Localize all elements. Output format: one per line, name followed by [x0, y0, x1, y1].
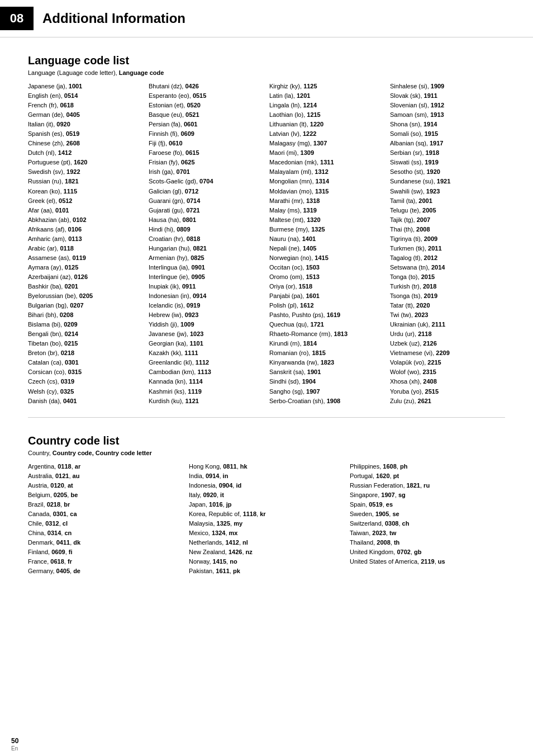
list-item: Kannada (kn), 1114 [149, 377, 264, 386]
list-item: Argentina, 0118, ar [28, 462, 183, 471]
list-item: Bashkir (ba), 0201 [28, 282, 143, 291]
list-item: Bulgarian (bg), 0207 [28, 301, 143, 310]
list-item: Twi (tw), 2023 [390, 310, 505, 320]
list-item: Siswati (ss), 1919 [390, 158, 505, 167]
list-item: Quechua (qu), 1721 [269, 320, 384, 329]
section-divider [28, 417, 505, 418]
list-item: Bhutani (dz), 0426 [149, 82, 264, 91]
page-header: 08 Additional Information [0, 0, 533, 37]
list-item: Malayalam (ml), 1312 [269, 167, 384, 177]
list-item: Estonian (et), 0520 [149, 101, 264, 110]
list-item: Tibetan (bo), 0215 [28, 339, 143, 348]
language-column-3: Sinhalese (si), 1909Slovak (sk), 1911Slo… [390, 82, 505, 406]
list-item: Swedish (sv), 1922 [28, 167, 143, 177]
list-item: Amharic (am), 0113 [28, 234, 143, 244]
list-item: Danish (da), 0401 [28, 396, 143, 406]
list-item: Russian Federation, 1821, ru [350, 481, 505, 490]
list-item: Inupiak (ik), 0911 [149, 282, 264, 291]
list-item: Yoruba (yo), 2515 [390, 387, 505, 396]
list-item: Hong Kong, 0811, hk [189, 462, 344, 471]
list-item: Tajik (tg), 2007 [390, 215, 505, 225]
list-item: Mexico, 1324, mx [189, 528, 344, 538]
list-item: Polish (pl), 1612 [269, 301, 384, 310]
list-item: Swahili (sw), 1923 [390, 187, 505, 196]
list-item: Switzerland, 0308, ch [350, 519, 505, 528]
list-item: New Zealand, 1426, nz [189, 547, 344, 557]
list-item: Interlingua (ia), 0901 [149, 263, 264, 272]
list-item: Finland, 0609, fi [28, 547, 183, 557]
language-column-1: Bhutani (dz), 0426Esperanto (eo), 0515Es… [149, 82, 264, 406]
list-item: Uzbek (uz), 2126 [390, 339, 505, 348]
list-item: Oromo (om), 1513 [269, 272, 384, 282]
list-item: Chile, 0312, cl [28, 519, 183, 528]
list-item: Catalan (ca), 0301 [28, 358, 143, 367]
list-item: Oriya (or), 1518 [269, 282, 384, 291]
list-item: Tigrinya (ti), 2009 [390, 234, 505, 244]
list-item: Wolof (wo), 2315 [390, 367, 505, 377]
list-item: Dutch (nl), 1412 [28, 148, 143, 158]
list-item: Pashto, Pushto (ps), 1619 [269, 310, 384, 320]
list-item: Greek (el), 0512 [28, 196, 143, 206]
list-item: Maori (mi), 1309 [269, 148, 384, 158]
list-item: Corsican (co), 0315 [28, 367, 143, 377]
chapter-number: 08 [0, 7, 34, 30]
list-item: Nauru (na), 1401 [269, 234, 384, 244]
list-item: Shona (sn), 1914 [390, 120, 505, 129]
country-section-title: Country code list [28, 434, 505, 447]
country-column-2: Philippines, 1608, phPortugal, 1620, ptR… [350, 462, 505, 577]
list-item: Azerbaijani (az), 0126 [28, 272, 143, 282]
list-item: China, 0314, cn [28, 528, 183, 538]
list-item: Kirundi (rn), 1814 [269, 339, 384, 348]
list-item: Galician (gl), 0712 [149, 187, 264, 196]
list-item: Thai (th), 2008 [390, 225, 505, 234]
list-item: Taiwan, 2023, tw [350, 528, 505, 538]
list-item: Abkhazian (ab), 0102 [28, 215, 143, 225]
list-item: Sindhi (sd), 1904 [269, 377, 384, 386]
list-item: Yiddish (ji), 1009 [149, 320, 264, 329]
content-area: Language code list Language (Laguage cod… [0, 54, 533, 576]
list-item: Indonesia, 0904, id [189, 481, 344, 490]
list-item: Welsh (cy), 0325 [28, 387, 143, 396]
list-item: Setswana (tn), 2014 [390, 263, 505, 272]
list-item: Kirghiz (ky), 1125 [269, 82, 384, 91]
list-item: Maltese (mt), 1320 [269, 215, 384, 225]
list-item: Serbo-Croatian (sh), 1908 [269, 396, 384, 406]
list-item: Panjabi (pa), 1601 [269, 291, 384, 301]
list-item: Malaysia, 1325, my [189, 519, 344, 528]
language-section: Language code list Language (Laguage cod… [28, 54, 505, 406]
list-item: Germany, 0405, de [28, 566, 183, 576]
page-title: Additional Information [42, 11, 185, 26]
list-item: Spanish (es), 0519 [28, 129, 143, 139]
list-item: Assamese (as), 0119 [28, 253, 143, 263]
list-item: Croatian (hr), 0818 [149, 234, 264, 244]
list-item: Scots-Gaelic (gd), 0704 [149, 177, 264, 186]
list-item: Volapük (vo), 2215 [390, 358, 505, 367]
list-item: Afar (aa), 0101 [28, 206, 143, 215]
list-item: Samoan (sm), 1913 [390, 110, 505, 120]
country-section-subtitle: Country, Country code, Country code lett… [28, 450, 505, 456]
country-section: Country code list Country, Country code,… [28, 434, 505, 577]
page-footer-number: 50 [11, 737, 18, 745]
country-column-0: Argentina, 0118, arAustralia, 0121, auAu… [28, 462, 183, 577]
list-item: Albanian (sq), 1917 [390, 139, 505, 148]
list-item: Tagalog (tl), 2012 [390, 253, 505, 263]
list-item: India, 0914, in [189, 471, 344, 481]
list-item: Frisian (fy), 0625 [149, 158, 264, 167]
list-item: Telugu (te), 2005 [390, 206, 505, 215]
list-item: Arabic (ar), 0118 [28, 244, 143, 253]
list-item: Russian (ru), 1821 [28, 177, 143, 186]
language-section-subtitle: Language (Laguage code letter), Language… [28, 69, 505, 76]
list-item: Vietnamese (vi), 2209 [390, 348, 505, 358]
list-item: Brazil, 0218, br [28, 500, 183, 509]
list-item: Esperanto (eo), 0515 [149, 91, 264, 101]
list-item: Slovenian (sl), 1912 [390, 101, 505, 110]
list-item: Somali (so), 1915 [390, 129, 505, 139]
list-item: Turkmen (tk), 2011 [390, 244, 505, 253]
language-column-0: Japanese (ja), 1001English (en), 0514Fre… [28, 82, 143, 406]
list-item: Malagasy (mg), 1307 [269, 139, 384, 148]
list-item: Tatar (tt), 2020 [390, 301, 505, 310]
list-item: Japanese (ja), 1001 [28, 82, 143, 91]
list-item: Burmese (my), 1325 [269, 225, 384, 234]
list-item: Persian (fa), 0601 [149, 120, 264, 129]
list-item: Sangho (sg), 1907 [269, 387, 384, 396]
